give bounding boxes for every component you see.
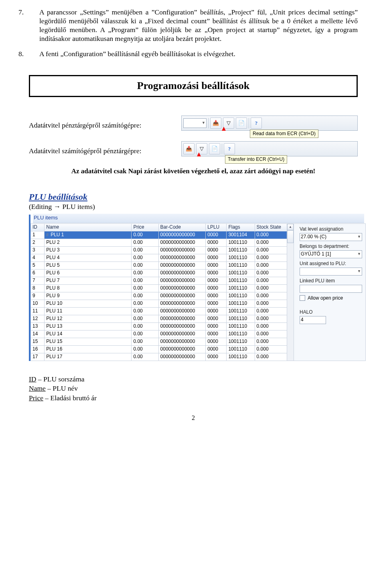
list-item-7: 7.A parancssor „Settings” menüjében a ”C… [29,8,358,43]
table-row[interactable]: 5PLU 50.000000000000000000010011100.000 [31,262,287,269]
table-row[interactable]: 12PLU 120.000000000000000000010011100.00… [31,315,287,322]
cell: PLU 6 [45,269,132,277]
list-item-8: 8.A fenti „Configuration” beállításnál e… [29,50,358,59]
toolbar-read: ▼ 📥 ▽ 📄 ? Read data from ECR (Ctrl+D) [181,116,358,131]
table-row[interactable]: 2PLU 20.000000000000000000010011100.000 [31,239,287,246]
table-row[interactable]: 14PLU 140.000000000000000000010011100.00… [31,330,287,338]
cell: 0.00 [132,307,158,315]
export-button[interactable]: 📄 [236,118,247,129]
cell: 0000 [206,315,227,322]
cell: 0.00 [132,338,158,345]
table-row[interactable]: 13PLU 130.000000000000000000010011100.00… [31,322,287,330]
cell: 13 [31,322,45,330]
plu-heading: PLU beállítások [29,191,358,203]
cell: 0000 [206,307,227,315]
halo-value: 4 [301,317,304,323]
plu-window-title: PLU items [33,214,364,223]
cell: # PLU 1 [45,231,132,239]
transfer-to-ecr-button[interactable]: 📤 [183,143,195,154]
toolbar-dropdown[interactable]: ▼ [183,118,207,128]
table-row[interactable]: 11PLU 110.000000000000000000010011100.00… [31,307,287,315]
cell: PLU 16 [45,345,132,353]
cell: 7 [31,277,45,284]
cell: 1001110 [227,353,255,361]
cell: 1001110 [227,330,255,338]
cell: 0.00 [132,300,158,307]
scroll-up-icon[interactable]: ▲ [287,224,294,230]
table-row[interactable]: 9PLU 90.000000000000000000010011100.000 [31,292,287,300]
vat-dropdown[interactable]: 27.00 % (C)▼ [300,233,362,241]
cell: 3 [31,246,45,254]
col-header-bar-code[interactable]: Bar-Code [158,223,206,231]
tooltip-read: Read data from ECR (Ctrl+D) [250,130,318,138]
cell: PLU 3 [45,246,132,254]
row-transfer-to-ecr: Adatátvitel számítógépről pénztárgépre: … [29,141,358,156]
col-header-stock-state[interactable]: Stock State [255,223,287,231]
list-text-7: A parancssor „Settings” menüjében a ”Con… [39,8,358,43]
cell: 0.000 [255,284,287,292]
vertical-scrollbar[interactable]: ▲ [287,223,294,361]
cell: 0.000 [255,330,287,338]
help-button[interactable]: ? [224,143,235,154]
cell: 12 [31,315,45,322]
read-from-ecr-button[interactable]: 📥 [210,118,221,129]
col-header-name[interactable]: Name [45,223,132,231]
cell: 0000000000000 [158,315,206,322]
cell: 0000 [206,239,227,246]
checkbox-icon [300,295,305,301]
table-row[interactable]: 7PLU 70.000000000000000000010011100.000 [31,277,287,284]
table-row[interactable]: 10PLU 100.000000000000000000010011100.00… [31,300,287,307]
cell: 0.000 [255,338,287,345]
cell: 4 [31,254,45,262]
cell: 0000 [206,269,227,277]
col-header-flags[interactable]: Flags [227,223,255,231]
cell: 0000000000000 [158,338,206,345]
cell: 1001110 [227,262,255,269]
chevron-down-icon: ▼ [357,269,361,274]
table-row[interactable]: 16PLU 160.000000000000000000010011100.00… [31,345,287,353]
col-header-id[interactable]: ID [31,223,45,231]
cell: 0.000 [255,292,287,300]
cell: 0000000000000 [158,353,206,361]
unit-dropdown[interactable]: ▼ [300,268,362,276]
toolbar-separator [222,144,222,154]
cell: 0.000 [255,254,287,262]
cell: 0.00 [132,262,158,269]
cell: 1001110 [227,277,255,284]
col-header-lplu[interactable]: LPLU [206,223,227,231]
allow-open-price-checkbox[interactable]: Allow open price [300,295,362,301]
cell: 0000 [206,338,227,345]
row-read-from-ecr: Adatátvitel pénztárgépről számítógépre: … [29,116,358,131]
export-button[interactable]: 📄 [209,143,220,154]
linked-field[interactable] [300,285,362,293]
table-row[interactable]: 17PLU 170.000000000000000000010011100.00… [31,353,287,361]
toolbar-separator [249,118,249,128]
cell: 1001110 [227,246,255,254]
cell: 0000000000000 [158,231,206,239]
scroll-thumb[interactable] [287,230,294,243]
cell: 10 [31,300,45,307]
plu-table[interactable]: IDNamePriceBar-CodeLPLUFlagsStock State … [30,223,287,361]
cell: 0.00 [132,246,158,254]
halo-field[interactable]: 4 [300,316,326,324]
table-row[interactable]: 1# PLU 10.000000000000000000030011040.00… [31,231,287,239]
red-arrow-icon [222,127,226,131]
table-row[interactable]: 4PLU 40.000000000000000000010011100.000 [31,254,287,262]
table-row[interactable]: 6PLU 60.000000000000000000010011100.000 [31,269,287,277]
vat-value: 27.00 % (C) [301,234,326,240]
cell: PLU 15 [45,338,132,345]
dept-dropdown[interactable]: GYŰJTŐ 1 [1]▼ [300,250,362,258]
cell: 1001110 [227,239,255,246]
cell: 0000 [206,284,227,292]
cell: 0.000 [255,307,287,315]
cell: 1 [31,231,45,239]
cell: 14 [31,330,45,338]
table-row[interactable]: 15PLU 150.000000000000000000010011100.00… [31,338,287,345]
table-row[interactable]: 8PLU 80.000000000000000000010011100.000 [31,284,287,292]
table-row[interactable]: 3PLU 30.000000000000000000010011100.000 [31,246,287,254]
dept-value: GYŰJTŐ 1 [1] [301,251,331,257]
cell: 0000000000000 [158,254,206,262]
col-header-price[interactable]: Price [132,223,158,231]
cell: 1001110 [227,300,255,307]
help-button[interactable]: ? [251,118,262,129]
